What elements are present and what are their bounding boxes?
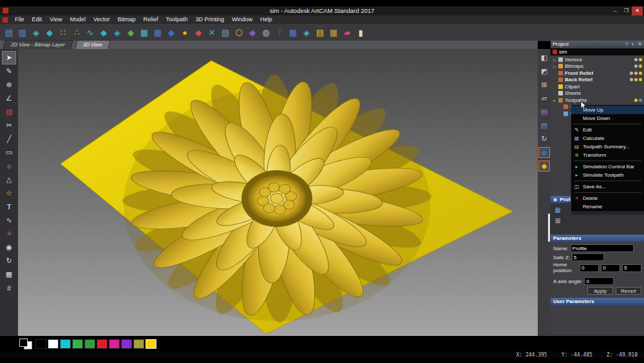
yellow-stack-icon[interactable]: ▤ <box>314 26 327 39</box>
text-tool[interactable]: T <box>3 201 15 213</box>
revert-button[interactable]: Revert <box>616 287 641 295</box>
expand-icon[interactable]: ▷ <box>553 57 558 62</box>
droplet-icon[interactable]: ● <box>178 26 191 39</box>
tree-item-sheets[interactable]: Sheets <box>551 90 644 97</box>
target-tool[interactable]: ◉ <box>3 241 15 253</box>
rectangle-tool[interactable]: ▭ <box>3 146 15 159</box>
vase-icon[interactable]: ▮ <box>354 26 367 39</box>
name-field[interactable] <box>571 244 634 252</box>
active-relief-layer-icon[interactable]: ◆ <box>539 161 549 171</box>
tree-item-clipart[interactable]: Clipart <box>551 83 644 90</box>
tree-item-back-relief[interactable]: Back Relief <box>551 77 644 84</box>
minimize-button[interactable]: – <box>610 6 621 15</box>
expand-icon[interactable]: ▾ <box>553 98 558 103</box>
node-badge-icon[interactable] <box>639 78 642 81</box>
color-swatch[interactable] <box>146 339 156 349</box>
context-simulation-control-bar[interactable]: ▸Simulation Control Bar <box>571 162 644 171</box>
home-x-field[interactable] <box>580 264 599 272</box>
relief-pair-icon[interactable]: ◈ <box>111 26 124 39</box>
color-swatch[interactable] <box>109 339 120 349</box>
maximize-button[interactable]: ❐ <box>621 6 632 15</box>
relief-red-icon[interactable]: ◆ <box>192 26 205 39</box>
node-badge-icon[interactable] <box>634 64 638 68</box>
toolpath-settings-icon[interactable]: ▦ <box>553 206 562 214</box>
blue-stack-icon[interactable]: ▦ <box>287 26 299 39</box>
context-move-down[interactable]: Move Down <box>571 114 644 123</box>
tab-3d-view[interactable]: 3D View <box>75 40 110 49</box>
pink-plate-icon[interactable]: ▰ <box>341 26 354 39</box>
menu-help[interactable]: Help <box>256 15 276 24</box>
circle-tool[interactable]: ○ <box>3 160 15 172</box>
bitmap-star-tool[interactable]: ✳ <box>3 228 15 240</box>
relief-diamond-teal-icon[interactable]: ◆ <box>43 26 56 39</box>
menu-edit[interactable]: Edit <box>28 15 46 24</box>
a-axis-field[interactable] <box>584 277 614 285</box>
node-badge-icon[interactable] <box>634 78 638 81</box>
node-badge-icon[interactable] <box>639 58 642 61</box>
stack-icon[interactable]: ▤ <box>219 26 232 39</box>
node-badge-icon[interactable] <box>630 72 633 75</box>
panel-scrollbar[interactable] <box>548 213 550 242</box>
node-badge-icon[interactable] <box>634 99 638 102</box>
context-simulate-toolpath[interactable]: ▸Simulate Toolpath <box>571 171 644 179</box>
tree-item-toolpaths[interactable]: ▾Toolpaths <box>551 97 644 104</box>
home-z-field[interactable] <box>622 264 641 272</box>
menu-file[interactable]: File <box>11 15 28 24</box>
menu-model[interactable]: Model <box>66 15 90 24</box>
plane-toggle-icon[interactable]: ▱ <box>539 93 549 103</box>
node-edit-tool[interactable]: ✎ <box>3 65 15 77</box>
fg-bg-color-swatch[interactable] <box>19 338 32 349</box>
paint-tool[interactable]: ▨ <box>3 106 15 118</box>
front-relief-layer-icon[interactable]: ◆ <box>539 148 549 157</box>
color-swatch[interactable] <box>60 339 71 349</box>
dots-grid-icon[interactable]: ∷ <box>57 26 70 39</box>
help-icon[interactable]: ? <box>625 41 628 47</box>
calculator-icon[interactable]: ⊞ <box>553 217 562 225</box>
select-tool[interactable]: ➤ <box>3 52 15 64</box>
menu-vector[interactable]: Vector <box>90 15 114 24</box>
menu-relief[interactable]: Relief <box>139 15 162 24</box>
color-swatch[interactable] <box>97 339 108 349</box>
star-tool[interactable]: ☆ <box>3 187 15 199</box>
user-parameters-header[interactable]: User Parameters <box>551 298 644 305</box>
curve-tool[interactable]: ∿ <box>3 214 15 226</box>
context-transform[interactable]: ⊕Transform <box>571 151 644 159</box>
rotate-view-icon[interactable]: ↻ <box>539 134 549 144</box>
close-button[interactable]: ✕ <box>632 6 643 15</box>
mesh-tool[interactable]: ▦ <box>3 268 15 280</box>
relief-purple-layer-icon[interactable]: ▤ <box>539 107 549 117</box>
tab-2d-view[interactable]: 2D View - Bitmap Layer <box>3 40 73 49</box>
dome-icon[interactable]: ◍ <box>260 26 272 39</box>
color-swatch[interactable] <box>133 339 144 349</box>
menu-bitmap[interactable]: Bitmap <box>113 15 139 24</box>
menu-view[interactable]: View <box>46 15 66 24</box>
measure-tool[interactable]: ∠ <box>3 92 15 104</box>
preview-icon[interactable]: ▥ <box>16 26 29 39</box>
line-tool[interactable]: ╱ <box>3 133 15 145</box>
safe-z-field[interactable] <box>572 253 604 261</box>
home-y-field[interactable] <box>601 264 620 272</box>
wave-profile-icon[interactable]: ∿ <box>84 26 97 39</box>
color-swatch[interactable] <box>121 339 132 349</box>
relief-blue-layer-icon[interactable]: ▤ <box>539 121 549 130</box>
spin-model-icon[interactable]: ◈ <box>30 26 43 39</box>
node-badge-icon[interactable] <box>630 78 633 81</box>
menu-window[interactable]: Window <box>228 15 256 24</box>
node-badge-icon[interactable] <box>634 58 638 61</box>
pan-view-icon[interactable]: ⊞ <box>539 80 549 90</box>
model-view-icon[interactable]: ▤ <box>3 26 15 39</box>
context-toolpath-summary[interactable]: ▤Toolpath Summary... <box>571 142 644 151</box>
color-swatch[interactable] <box>84 339 95 349</box>
layers-teal-icon[interactable]: ▦ <box>138 26 151 39</box>
layers-blue-icon[interactable]: ▦ <box>151 26 164 39</box>
pin-icon[interactable]: ▪ <box>632 41 634 47</box>
context-delete[interactable]: ✕Delete <box>571 194 644 202</box>
trim-tool[interactable]: ✂ <box>3 119 15 132</box>
color-swatch[interactable] <box>48 339 59 349</box>
color-swatch[interactable] <box>35 339 46 349</box>
context-edit[interactable]: ✎Edit <box>571 126 644 134</box>
menu-3d-printing[interactable]: 3D Printing <box>191 15 228 24</box>
apply-button[interactable]: Apply <box>587 287 613 295</box>
parameters-header[interactable]: Parameters <box>551 235 644 242</box>
checker-icon[interactable]: ▦ <box>327 26 340 39</box>
